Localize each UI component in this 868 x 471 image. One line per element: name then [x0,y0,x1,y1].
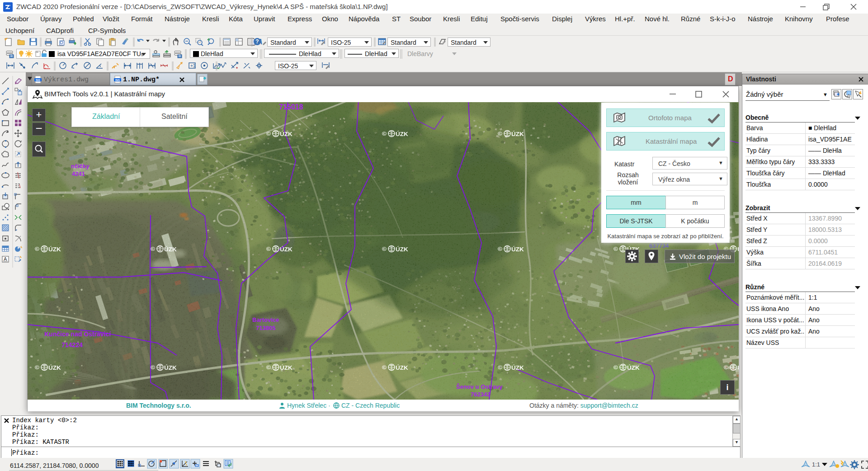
svg-text:©: © [613,245,618,252]
svg-text:ÚZK: ÚZK [280,131,292,137]
svg-text:©: © [498,364,502,371]
svg-text:715018: 715018 [279,103,303,111]
svg-text:ÚZK: ÚZK [48,246,61,253]
svg-text:©: © [266,245,271,252]
svg-text:DWG: DWG [36,79,41,82]
svg-text:©: © [382,245,387,252]
svg-text:ÚZK: ÚZK [627,364,640,371]
svg-text:©: © [498,130,502,137]
svg-text:637734: 637734 [649,242,669,249]
svg-text:ÚZK: ÚZK [396,364,408,371]
svg-text:©: © [382,130,387,137]
svg-text:©: © [724,364,728,371]
svg-text:ÚZK: ÚZK [48,364,61,371]
svg-text:ÚZK: ÚZK [280,364,292,371]
svg-text:©: © [151,245,155,252]
svg-text:A: A [4,256,7,262]
svg-text:nčičky: nčičky [71,163,90,170]
svg-text:ÚZK: ÚZK [280,246,292,253]
svg-text:ÚZK: ÚZK [511,364,524,371]
svg-text:ÚZK: ÚZK [164,246,177,253]
svg-text:714224: 714224 [61,341,83,349]
svg-text:ÚZK: ÚZK [737,364,739,371]
svg-text:DWG: DWG [115,79,120,82]
svg-text:ÚZK: ÚZK [396,131,408,137]
svg-text:ÚZK: ÚZK [511,131,524,137]
svg-text:©: © [35,364,39,371]
svg-text:A: A [257,38,263,46]
svg-text:©: © [613,364,618,371]
svg-text:+1: +1 [190,63,196,68]
svg-text:ÚZK: ÚZK [511,246,524,253]
svg-text:ÚZK: ÚZK [396,246,408,253]
svg-text:Kunčice nad Ostravicí: Kunčice nad Ostravicí [44,330,111,338]
svg-text:713805: 713805 [256,325,275,331]
svg-text:isa VD95F1AE2AD7E0CF TUs: isa VD95F1AE2AD7E0CF TUs [57,50,144,57]
svg-text:Šenov u Ostravy: Šenov u Ostravy [456,383,503,390]
svg-text:ÚZK: ÚZK [164,364,177,371]
svg-text:©: © [382,364,387,371]
svg-text:4241: 4241 [72,170,85,177]
svg-text:ÚZK: ÚZK [737,246,739,253]
svg-text:©: © [498,245,502,252]
svg-text:1:1: 1:1 [812,461,820,468]
svg-text:©: © [266,364,271,371]
svg-text:©: © [266,130,271,137]
svg-text:762342: 762342 [471,391,490,398]
svg-text:©: © [151,364,155,371]
svg-text:©: © [35,245,39,252]
svg-text:Bartovice: Bartovice [252,316,279,323]
